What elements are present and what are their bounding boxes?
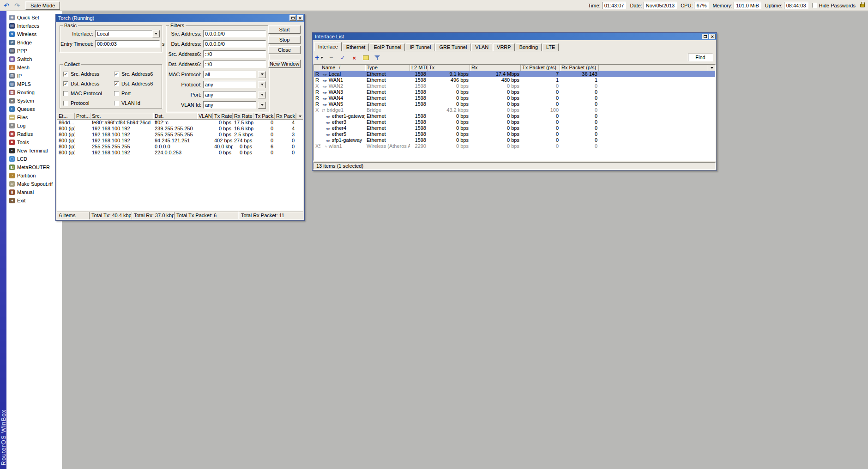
sidebar-item[interactable]: ▪ New Terminal <box>6 146 62 155</box>
stop-button[interactable]: Stop <box>268 36 301 44</box>
collect-checkbox[interactable] <box>114 101 119 106</box>
sidebar-item[interactable]: ■ Tools ▸ <box>6 138 62 146</box>
interface-list-titlebar[interactable]: Interface List <box>313 33 717 40</box>
sidebar-item[interactable]: ▩ Routing ▸ <box>6 88 62 97</box>
filter-field[interactable]: any <box>203 101 256 109</box>
column-header-tx[interactable]: Tx <box>428 65 470 71</box>
undo-icon[interactable]: ↶ <box>2 1 11 10</box>
interface-row[interactable]: X bridge1 Bridge 43.2 kbps 0 bps 100 0 <box>314 107 715 113</box>
filter-dropdown-button[interactable] <box>258 71 266 78</box>
maximize-button[interactable] <box>289 15 296 21</box>
collect-checkbox-item[interactable]: VLAN Id <box>114 100 162 106</box>
sidebar-item[interactable]: ▮ Manual <box>6 188 62 196</box>
filter-field[interactable]: 0.0.0.0/0 <box>203 40 266 48</box>
find-button[interactable]: Find <box>688 54 713 61</box>
filter-dropdown-button[interactable] <box>258 91 266 98</box>
new-window-button[interactable]: New Window <box>268 60 301 68</box>
interface-row[interactable]: X WAN2 Ethernet 1598 0 bps 0 bps 0 0 <box>314 83 715 89</box>
sidebar-item[interactable]: ◬ Mesh <box>6 63 62 72</box>
filter-field[interactable]: any <box>203 81 256 88</box>
collect-checkbox-item[interactable]: Src. Address <box>63 71 114 77</box>
hide-passwords-toggle[interactable]: Hide Passwords <box>812 3 856 8</box>
close-button[interactable] <box>297 15 303 21</box>
sidebar-item[interactable]: ◧ MetaROUTER <box>6 163 62 171</box>
column-header-flags[interactable] <box>314 65 320 71</box>
interface-value[interactable]: Local <box>95 30 152 37</box>
collect-checkbox-item[interactable]: Dst. Address <box>63 81 114 86</box>
column-header-rx[interactable]: Rx <box>470 65 521 71</box>
sidebar-item[interactable]: ▨ MPLS ▸ <box>6 80 62 88</box>
start-button[interactable]: Start <box>268 25 301 34</box>
column-header-name[interactable]: Name/ <box>320 65 365 71</box>
close-torch-button[interactable]: Close <box>268 46 301 54</box>
interface-row[interactable]: sfp1-gateway Ethernet 1598 0 bps 0 bps 0… <box>314 137 715 143</box>
collect-checkbox[interactable] <box>63 91 68 96</box>
interface-row[interactable]: R WAN5 Ethernet 1598 0 bps 0 bps 0 0 <box>314 101 715 107</box>
collect-checkbox[interactable] <box>63 101 68 106</box>
filter-dropdown-button[interactable] <box>258 81 266 88</box>
filter-field[interactable]: any <box>203 91 256 98</box>
sidebar-item[interactable]: ▧ IP ▸ <box>6 72 62 80</box>
torch-table-row[interactable]: 800 (ip) 255.255.255.255 0.0.0.0 40.0 kb… <box>57 144 303 150</box>
column-header-src[interactable]: Src. <box>90 113 153 119</box>
sidebar-item[interactable]: ◐ Queues <box>6 105 62 113</box>
interface-select[interactable]: Local <box>95 30 160 37</box>
sidebar-item[interactable]: ◔ Partition <box>6 171 62 180</box>
sidebar-item[interactable]: ▤ PPP <box>6 47 62 55</box>
tab-item[interactable]: IP Tunnel <box>406 43 434 51</box>
filter-field[interactable]: ::/0 <box>203 61 266 68</box>
column-header-dst[interactable]: Dst. <box>153 113 197 119</box>
sidebar-item[interactable]: ◂ Exit <box>6 196 62 205</box>
tab-item[interactable]: Bonding <box>516 43 542 51</box>
column-header-tx-packet[interactable]: Tx Packet (p/s) <box>521 65 560 71</box>
tab-item[interactable]: GRE Tunnel <box>435 43 470 51</box>
tab-item[interactable]: EoIP Tunnel <box>370 43 405 51</box>
sidebar-item[interactable]: ≡ Log <box>6 122 62 130</box>
torch-table-row[interactable]: 800 (ip) 192.168.100.192 224.0.0.253 0 b… <box>57 150 303 156</box>
sidebar-item[interactable]: ◈ Quick Set <box>6 13 62 22</box>
column-header-ethertype[interactable]: Et... <box>57 113 75 119</box>
sidebar-item[interactable]: ◉ Radius <box>6 130 62 138</box>
tab-item[interactable]: VLAN <box>471 43 492 51</box>
sidebar-item[interactable]: ▱ Make Supout.rif <box>6 180 62 188</box>
interface-row[interactable]: ether3 Ethernet 1598 0 bps 0 bps 0 0 <box>314 119 715 125</box>
sidebar-item[interactable]: ▤ Interfaces <box>6 22 62 30</box>
column-header-rx-packets[interactable]: Rx Pack... <box>275 113 296 119</box>
collect-checkbox[interactable] <box>114 81 119 86</box>
collect-checkbox[interactable] <box>63 72 68 77</box>
interface-row[interactable]: R WAN4 Ethernet 1598 0 bps 0 bps 0 0 <box>314 95 715 101</box>
safe-mode-button[interactable]: Safe Mode <box>25 1 60 10</box>
interface-row[interactable]: ether5 Ethernet 1598 0 bps 0 bps 0 0 <box>314 131 715 137</box>
column-header-tx-rate[interactable]: Tx Rate <box>213 113 233 119</box>
column-header-rx-rate[interactable]: Rx Rate <box>233 113 253 119</box>
interface-row[interactable]: R WAN3 Ethernet 1598 0 bps 0 bps 0 0 <box>314 89 715 95</box>
collect-checkbox[interactable] <box>114 91 119 96</box>
tab-item[interactable]: Ethernet <box>343 43 369 51</box>
column-header-protocol[interactable]: Prot... <box>75 113 90 119</box>
comment-button[interactable] <box>362 54 369 62</box>
remove-button[interactable]: − <box>327 54 335 62</box>
sidebar-item[interactable]: ▦ Switch <box>6 55 62 63</box>
entry-timeout-input[interactable]: 00:00:03 <box>95 40 160 48</box>
tab-item[interactable]: Interface <box>314 42 342 51</box>
filter-dropdown-button[interactable] <box>258 102 266 109</box>
column-select-button[interactable] <box>296 113 303 119</box>
collect-checkbox-item[interactable]: Protocol <box>63 100 114 106</box>
sidebar-item[interactable]: ⇄ Bridge <box>6 38 62 47</box>
interface-row[interactable]: R WAN1 Ethernet 1598 496 bps 480 bps 1 1 <box>314 77 715 83</box>
redo-icon[interactable]: ↷ <box>13 1 21 10</box>
add-button[interactable]: + <box>315 54 323 62</box>
sidebar-item[interactable]: ● System ▸ <box>6 97 62 105</box>
column-header-type[interactable]: Type <box>365 65 410 71</box>
disable-button[interactable]: × <box>350 54 358 62</box>
column-header-tx-packets[interactable]: Tx Pack... <box>253 113 275 119</box>
close-button[interactable] <box>709 34 716 39</box>
collect-checkbox-item[interactable]: Dst. Address6 <box>114 81 162 86</box>
tab-item[interactable]: VRRP <box>493 43 515 51</box>
hide-passwords-checkbox[interactable] <box>812 3 817 8</box>
torch-titlebar[interactable]: Torch (Running) <box>56 14 304 22</box>
column-select-button[interactable] <box>708 65 715 71</box>
torch-table-row[interactable]: 800 (ip) 192.168.100.192 255.255.255.255… <box>57 132 303 138</box>
collect-checkbox-item[interactable]: MAC Protocol <box>63 91 114 96</box>
collect-checkbox[interactable] <box>63 81 68 86</box>
